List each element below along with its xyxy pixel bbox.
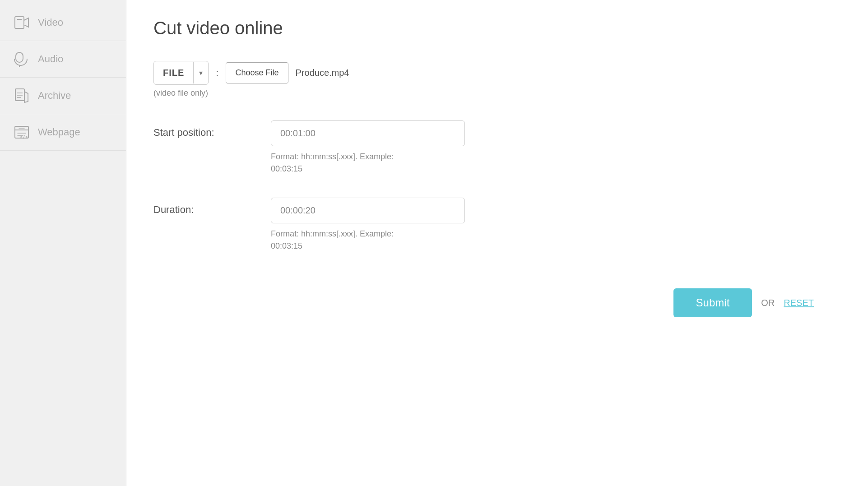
- file-source-select[interactable]: FILE ▾: [153, 61, 209, 85]
- start-position-format-hint: Format: hh:mm:ss[.xxx]. Example:00:03:15: [271, 151, 560, 175]
- or-text: OR: [761, 298, 775, 308]
- video-icon: [14, 14, 30, 31]
- duration-input[interactable]: [271, 198, 465, 223]
- file-field-group: FILE ▾ : Choose File Produce.mp4 (video …: [153, 61, 560, 98]
- duration-field-group: Format: hh:mm:ss[.xxx]. Example:00:03:15: [271, 198, 560, 252]
- file-source-dropdown-icon[interactable]: ▾: [193, 62, 208, 83]
- bottom-actions: Submit OR RESET: [153, 288, 841, 317]
- start-position-label: Start position:: [153, 120, 253, 139]
- audio-icon: [14, 51, 30, 67]
- file-row: FILE ▾ : Choose File Produce.mp4 (video …: [153, 61, 560, 98]
- submit-button[interactable]: Submit: [673, 288, 752, 317]
- duration-format-hint: Format: hh:mm:ss[.xxx]. Example:00:03:15: [271, 228, 560, 252]
- duration-row: Duration: Format: hh:mm:ss[.xxx]. Exampl…: [153, 198, 560, 252]
- svg-rect-0: [15, 17, 24, 28]
- sidebar-item-audio[interactable]: Audio: [0, 41, 126, 78]
- reset-button[interactable]: RESET: [784, 298, 814, 308]
- page-title: Cut video online: [153, 18, 841, 38]
- file-input-row: FILE ▾ : Choose File Produce.mp4: [153, 61, 560, 85]
- sidebar-item-archive[interactable]: Archive: [0, 78, 126, 114]
- filename-display: Produce.mp4: [296, 68, 349, 78]
- sidebar-item-archive-label: Archive: [38, 90, 71, 102]
- main-content: Cut video online FILE ▾ : Choose File Pr…: [126, 0, 868, 486]
- sidebar-item-webpage-label: Webpage: [38, 126, 80, 138]
- file-colon: :: [216, 67, 218, 79]
- sidebar-item-webpage[interactable]: </> Webpage: [0, 114, 126, 151]
- file-hint: (video file only): [153, 88, 560, 98]
- start-position-input[interactable]: [271, 120, 465, 146]
- start-position-field-group: Format: hh:mm:ss[.xxx]. Example:00:03:15: [271, 120, 560, 175]
- sidebar-item-video[interactable]: Video: [0, 5, 126, 41]
- archive-icon: [14, 88, 30, 104]
- sidebar-item-audio-label: Audio: [38, 53, 63, 65]
- form-section: FILE ▾ : Choose File Produce.mp4 (video …: [153, 61, 560, 252]
- svg-rect-5: [15, 89, 24, 101]
- svg-text:</>: </>: [20, 134, 28, 139]
- sidebar-item-video-label: Video: [38, 17, 63, 28]
- file-source-text: FILE: [154, 61, 193, 84]
- sidebar: Video Audio Archive: [0, 0, 126, 486]
- choose-file-button[interactable]: Choose File: [226, 62, 288, 83]
- svg-rect-2: [16, 52, 23, 62]
- duration-label: Duration:: [153, 198, 253, 216]
- webpage-icon: </>: [14, 124, 30, 140]
- start-position-row: Start position: Format: hh:mm:ss[.xxx]. …: [153, 120, 560, 175]
